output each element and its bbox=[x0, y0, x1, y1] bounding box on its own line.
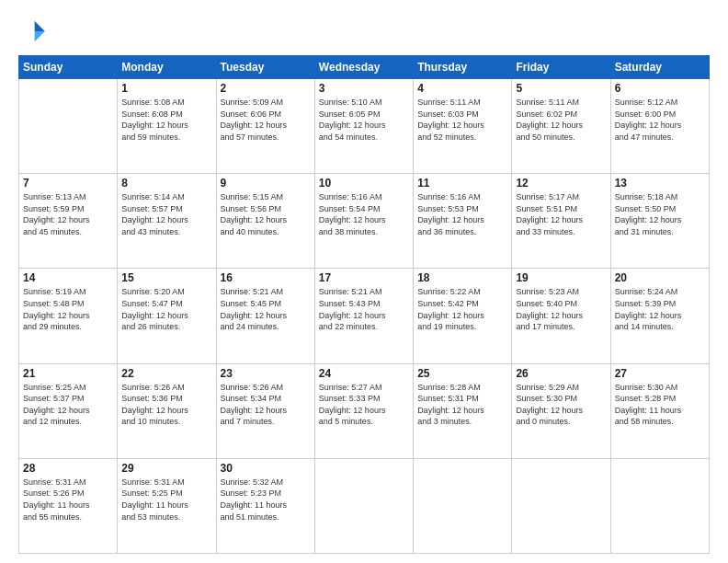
day-info: Sunrise: 5:14 AM Sunset: 5:57 PM Dayligh… bbox=[121, 191, 211, 237]
calendar-cell: 24Sunrise: 5:27 AM Sunset: 5:33 PM Dayli… bbox=[314, 363, 413, 458]
calendar-cell: 3Sunrise: 5:10 AM Sunset: 6:05 PM Daylig… bbox=[314, 79, 413, 174]
calendar-cell bbox=[610, 458, 709, 553]
logo-icon bbox=[18, 17, 48, 46]
day-number: 23 bbox=[221, 367, 311, 380]
calendar-cell: 6Sunrise: 5:12 AM Sunset: 6:00 PM Daylig… bbox=[610, 79, 709, 174]
day-info: Sunrise: 5:21 AM Sunset: 5:45 PM Dayligh… bbox=[221, 286, 311, 332]
week-row-3: 14Sunrise: 5:19 AM Sunset: 5:48 PM Dayli… bbox=[19, 269, 710, 363]
calendar-header-thursday: Thursday bbox=[414, 56, 512, 79]
logo bbox=[18, 17, 51, 46]
day-info: Sunrise: 5:21 AM Sunset: 5:43 PM Dayligh… bbox=[319, 286, 409, 332]
calendar-cell: 27Sunrise: 5:30 AM Sunset: 5:28 PM Dayli… bbox=[610, 363, 709, 458]
svg-marker-0 bbox=[35, 21, 45, 31]
calendar-header-friday: Friday bbox=[512, 56, 610, 79]
day-number: 22 bbox=[121, 367, 211, 380]
week-row-5: 28Sunrise: 5:31 AM Sunset: 5:26 PM Dayli… bbox=[19, 458, 710, 553]
day-info: Sunrise: 5:28 AM Sunset: 5:31 PM Dayligh… bbox=[417, 382, 507, 428]
day-info: Sunrise: 5:22 AM Sunset: 5:42 PM Dayligh… bbox=[417, 286, 507, 332]
day-info: Sunrise: 5:15 AM Sunset: 5:56 PM Dayligh… bbox=[221, 191, 311, 237]
day-info: Sunrise: 5:11 AM Sunset: 6:03 PM Dayligh… bbox=[417, 97, 507, 143]
day-number: 12 bbox=[516, 177, 606, 190]
day-info: Sunrise: 5:20 AM Sunset: 5:47 PM Dayligh… bbox=[121, 286, 211, 332]
calendar-cell: 12Sunrise: 5:17 AM Sunset: 5:51 PM Dayli… bbox=[512, 174, 610, 269]
day-info: Sunrise: 5:11 AM Sunset: 6:02 PM Dayligh… bbox=[516, 97, 606, 143]
day-info: Sunrise: 5:17 AM Sunset: 5:51 PM Dayligh… bbox=[516, 191, 606, 237]
calendar-header-sunday: Sunday bbox=[19, 56, 118, 79]
day-info: Sunrise: 5:27 AM Sunset: 5:33 PM Dayligh… bbox=[319, 382, 409, 428]
day-number: 19 bbox=[516, 271, 606, 284]
calendar-cell: 15Sunrise: 5:20 AM Sunset: 5:47 PM Dayli… bbox=[118, 269, 216, 363]
calendar-cell: 9Sunrise: 5:15 AM Sunset: 5:56 PM Daylig… bbox=[216, 174, 314, 269]
day-number: 3 bbox=[319, 82, 409, 95]
day-number: 6 bbox=[615, 82, 705, 95]
day-info: Sunrise: 5:29 AM Sunset: 5:30 PM Dayligh… bbox=[516, 382, 606, 428]
day-info: Sunrise: 5:16 AM Sunset: 5:54 PM Dayligh… bbox=[319, 191, 409, 237]
calendar-cell: 22Sunrise: 5:26 AM Sunset: 5:36 PM Dayli… bbox=[118, 363, 216, 458]
day-number: 20 bbox=[615, 271, 705, 284]
day-info: Sunrise: 5:23 AM Sunset: 5:40 PM Dayligh… bbox=[516, 286, 606, 332]
day-number: 14 bbox=[23, 271, 113, 284]
calendar-cell: 2Sunrise: 5:09 AM Sunset: 6:06 PM Daylig… bbox=[216, 79, 314, 174]
calendar-cell: 5Sunrise: 5:11 AM Sunset: 6:02 PM Daylig… bbox=[512, 79, 610, 174]
week-row-1: 1Sunrise: 5:08 AM Sunset: 6:08 PM Daylig… bbox=[19, 79, 710, 174]
calendar: SundayMondayTuesdayWednesdayThursdayFrid… bbox=[18, 55, 710, 554]
day-number: 2 bbox=[221, 82, 311, 95]
day-number: 26 bbox=[516, 367, 606, 380]
calendar-header-tuesday: Tuesday bbox=[216, 56, 314, 79]
day-number: 16 bbox=[221, 271, 311, 284]
day-number: 25 bbox=[417, 367, 507, 380]
day-number: 24 bbox=[319, 367, 409, 380]
day-info: Sunrise: 5:16 AM Sunset: 5:53 PM Dayligh… bbox=[417, 191, 507, 237]
week-row-4: 21Sunrise: 5:25 AM Sunset: 5:37 PM Dayli… bbox=[19, 363, 710, 458]
day-number: 18 bbox=[417, 271, 507, 284]
day-number: 21 bbox=[23, 367, 113, 380]
calendar-cell: 25Sunrise: 5:28 AM Sunset: 5:31 PM Dayli… bbox=[414, 363, 512, 458]
day-number: 1 bbox=[121, 82, 211, 95]
week-row-2: 7Sunrise: 5:13 AM Sunset: 5:59 PM Daylig… bbox=[19, 174, 710, 269]
day-number: 27 bbox=[615, 367, 705, 380]
day-info: Sunrise: 5:08 AM Sunset: 6:08 PM Dayligh… bbox=[121, 97, 211, 143]
calendar-header-wednesday: Wednesday bbox=[314, 56, 413, 79]
calendar-header-row: SundayMondayTuesdayWednesdayThursdayFrid… bbox=[19, 56, 710, 79]
day-number: 28 bbox=[23, 462, 113, 475]
svg-marker-1 bbox=[35, 31, 45, 41]
header bbox=[18, 17, 710, 46]
day-info: Sunrise: 5:25 AM Sunset: 5:37 PM Dayligh… bbox=[23, 382, 113, 428]
day-info: Sunrise: 5:30 AM Sunset: 5:28 PM Dayligh… bbox=[615, 382, 705, 428]
calendar-cell: 17Sunrise: 5:21 AM Sunset: 5:43 PM Dayli… bbox=[314, 269, 413, 363]
calendar-cell: 1Sunrise: 5:08 AM Sunset: 6:08 PM Daylig… bbox=[118, 79, 216, 174]
calendar-cell: 21Sunrise: 5:25 AM Sunset: 5:37 PM Dayli… bbox=[19, 363, 118, 458]
calendar-cell: 7Sunrise: 5:13 AM Sunset: 5:59 PM Daylig… bbox=[19, 174, 118, 269]
day-info: Sunrise: 5:19 AM Sunset: 5:48 PM Dayligh… bbox=[23, 286, 113, 332]
day-number: 8 bbox=[121, 177, 211, 190]
calendar-cell bbox=[414, 458, 512, 553]
page: SundayMondayTuesdayWednesdayThursdayFrid… bbox=[0, 0, 728, 563]
calendar-cell: 8Sunrise: 5:14 AM Sunset: 5:57 PM Daylig… bbox=[118, 174, 216, 269]
day-number: 9 bbox=[221, 177, 311, 190]
calendar-cell: 11Sunrise: 5:16 AM Sunset: 5:53 PM Dayli… bbox=[414, 174, 512, 269]
day-info: Sunrise: 5:12 AM Sunset: 6:00 PM Dayligh… bbox=[615, 97, 705, 143]
day-info: Sunrise: 5:31 AM Sunset: 5:25 PM Dayligh… bbox=[121, 477, 211, 523]
calendar-cell: 29Sunrise: 5:31 AM Sunset: 5:25 PM Dayli… bbox=[118, 458, 216, 553]
calendar-cell: 10Sunrise: 5:16 AM Sunset: 5:54 PM Dayli… bbox=[314, 174, 413, 269]
day-number: 7 bbox=[23, 177, 113, 190]
day-number: 17 bbox=[319, 271, 409, 284]
day-info: Sunrise: 5:32 AM Sunset: 5:23 PM Dayligh… bbox=[221, 477, 311, 523]
day-number: 15 bbox=[121, 271, 211, 284]
calendar-cell: 30Sunrise: 5:32 AM Sunset: 5:23 PM Dayli… bbox=[216, 458, 314, 553]
calendar-cell bbox=[19, 79, 118, 174]
calendar-header-saturday: Saturday bbox=[610, 56, 709, 79]
day-number: 4 bbox=[417, 82, 507, 95]
day-info: Sunrise: 5:26 AM Sunset: 5:34 PM Dayligh… bbox=[221, 382, 311, 428]
calendar-cell bbox=[314, 458, 413, 553]
day-info: Sunrise: 5:09 AM Sunset: 6:06 PM Dayligh… bbox=[221, 97, 311, 143]
calendar-header-monday: Monday bbox=[118, 56, 216, 79]
day-number: 10 bbox=[319, 177, 409, 190]
calendar-cell: 26Sunrise: 5:29 AM Sunset: 5:30 PM Dayli… bbox=[512, 363, 610, 458]
day-number: 29 bbox=[121, 462, 211, 475]
calendar-cell: 18Sunrise: 5:22 AM Sunset: 5:42 PM Dayli… bbox=[414, 269, 512, 363]
calendar-cell bbox=[512, 458, 610, 553]
day-number: 11 bbox=[417, 177, 507, 190]
calendar-cell: 4Sunrise: 5:11 AM Sunset: 6:03 PM Daylig… bbox=[414, 79, 512, 174]
calendar-cell: 16Sunrise: 5:21 AM Sunset: 5:45 PM Dayli… bbox=[216, 269, 314, 363]
